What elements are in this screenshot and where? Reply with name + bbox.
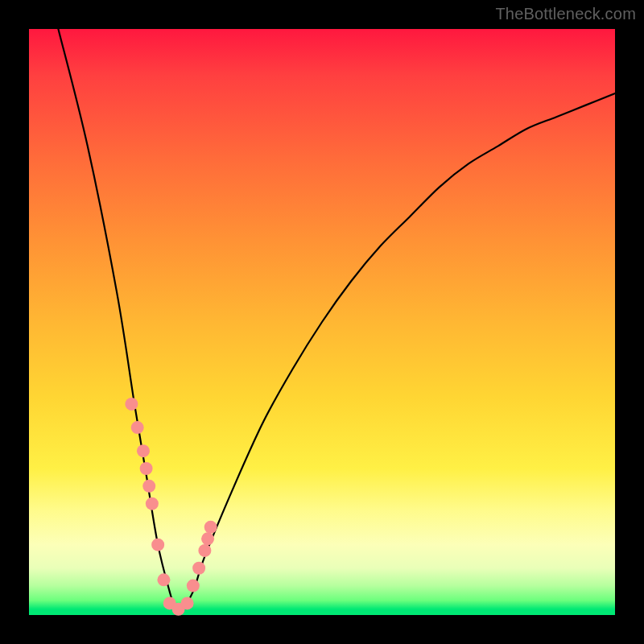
highlight-dot	[157, 573, 170, 586]
highlight-dot	[140, 462, 153, 475]
highlight-dot	[198, 544, 211, 557]
plot-area	[29, 29, 615, 615]
highlight-dot	[181, 597, 194, 609]
curve-svg	[29, 29, 615, 615]
highlight-dot	[187, 580, 200, 592]
highlight-dot	[137, 444, 150, 457]
highlight-dots	[125, 398, 217, 616]
bottleneck-curve	[58, 29, 615, 611]
highlight-dot	[204, 521, 217, 534]
highlight-dot	[146, 497, 159, 510]
chart-frame: TheBottleneck.com	[0, 0, 644, 644]
highlight-dot	[151, 539, 164, 551]
highlight-dot	[131, 421, 144, 434]
highlight-dot	[125, 398, 138, 411]
highlight-dot	[142, 480, 155, 493]
highlight-dot	[192, 562, 205, 575]
watermark-text: TheBottleneck.com	[495, 5, 636, 23]
highlight-dot	[201, 532, 214, 545]
